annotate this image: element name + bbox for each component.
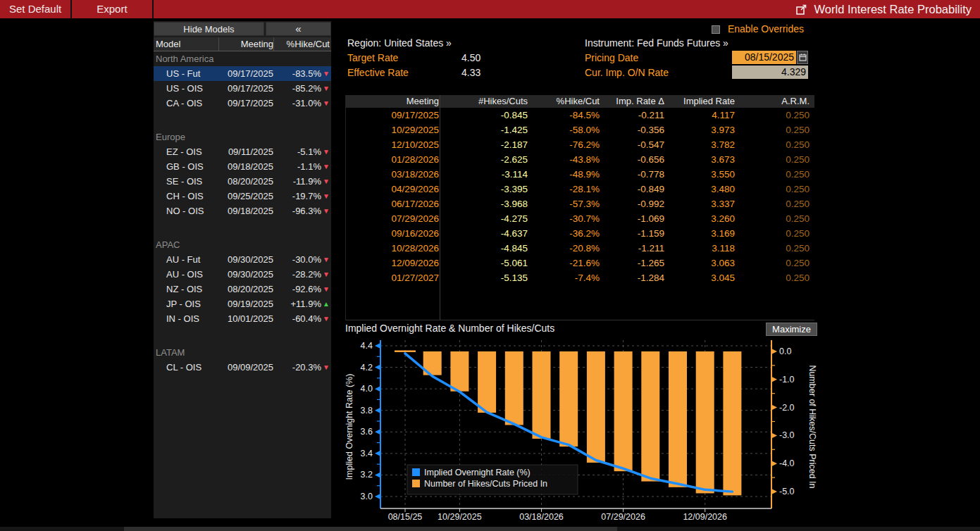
meeting-row[interactable]: 01/27/2027-5.135-7.4%-1.2843.0450.250 (346, 270, 814, 285)
meeting-row[interactable]: 01/28/2026-2.625-43.8%-0.6563.6730.250 (346, 152, 814, 167)
cell: -76.2% (528, 137, 600, 152)
region-line[interactable]: Region: United States » (347, 37, 452, 49)
cell: -1.211 (600, 241, 664, 256)
model-row[interactable]: NO - OIS09/18/2025-96.3%▼ (154, 204, 331, 218)
cell: 03/18/2026 (346, 167, 439, 182)
cell: 0.250 (735, 108, 810, 123)
model-name: US - OIS (154, 81, 218, 96)
model-row[interactable]: CA - OIS09/17/2025-31.0%▼ (154, 96, 331, 111)
model-name: CL - OIS (154, 360, 218, 375)
cell: 3.045 (664, 270, 735, 285)
model-row[interactable]: EZ - OIS09/11/2025-5.1%▼ (154, 144, 331, 159)
hikes-bar (669, 351, 687, 487)
model-group-label: Europe (154, 130, 331, 144)
model-meeting: 09/09/2025 (218, 360, 273, 375)
model-hike-cut-pct: -60.4% (273, 311, 321, 326)
right-tick-arrow (771, 377, 777, 382)
effective-rate-label: Effective Rate (347, 67, 409, 78)
calendar-button[interactable] (797, 51, 808, 64)
th-imp-rate-delta[interactable]: Imp. Rate Δ (600, 95, 664, 108)
export-button[interactable]: Export (72, 0, 153, 18)
legend-swatch (412, 480, 420, 487)
model-meeting: 10/01/2025 (218, 311, 273, 326)
cell: 0.250 (735, 152, 810, 167)
maximize-button[interactable]: Maximize (766, 323, 817, 336)
enable-overrides-checkbox[interactable] (712, 25, 720, 34)
model-row[interactable]: AU - OIS09/30/2025-28.2%▼ (154, 267, 331, 282)
model-row[interactable]: SE - OIS08/20/2025-11.9%▼ (154, 174, 331, 189)
th-implied-rate[interactable]: Implied Rate (664, 95, 735, 108)
th-arm[interactable]: A.R.M. (735, 95, 810, 108)
left-tick-label: 3.8 (361, 406, 373, 416)
th-meeting[interactable]: Meeting (346, 95, 439, 108)
x-tick-label: 08/15/25 (388, 512, 423, 522)
meeting-row[interactable]: 09/17/2025-0.845-84.5%-0.2114.1170.250 (346, 108, 814, 123)
model-meeting: 09/11/2025 (218, 144, 273, 159)
cell: -0.778 (600, 167, 664, 182)
hikes-bar (533, 351, 551, 439)
left-tick-label: 4.0 (361, 384, 373, 394)
open-in-window-icon[interactable] (795, 4, 807, 15)
model-row[interactable]: NZ - OIS08/20/2025-92.6%▼ (154, 282, 331, 296)
down-triangle-icon: ▼ (321, 267, 331, 282)
right-tick-arrow (771, 461, 777, 466)
cell: 0.250 (735, 241, 810, 256)
set-default-button[interactable]: Set Default (0, 0, 72, 18)
enable-overrides-row: Enable Overrides (712, 23, 804, 35)
cell: 0.250 (735, 256, 810, 270)
meeting-row[interactable]: 10/28/2026-4.845-20.8%-1.2113.1180.250 (346, 241, 814, 256)
model-row[interactable]: JP - OIS09/19/2025+11.9%▲ (154, 296, 331, 311)
col-hike-cut[interactable]: %Hike/Cut (273, 37, 331, 51)
th-hikes-cuts[interactable]: #Hikes/Cuts (439, 95, 528, 108)
hikes-bar (723, 351, 741, 495)
model-row[interactable]: CH - OIS09/25/2025-19.7%▼ (154, 189, 331, 204)
model-row[interactable]: IN - OIS10/01/2025-60.4%▼ (154, 311, 331, 326)
down-triangle-icon: ▼ (321, 81, 331, 96)
instrument-line[interactable]: Instrument: Fed Funds Futures » (585, 37, 728, 49)
model-row[interactable]: CL - OIS09/09/2025-20.3%▼ (154, 360, 331, 375)
meetings-table-header: Meeting #Hikes/Cuts %Hike/Cut Imp. Rate … (346, 95, 814, 108)
th-hike-cut-pct[interactable]: %Hike/Cut (528, 95, 600, 108)
model-row[interactable]: AU - Fut09/30/2025-30.0%▼ (154, 252, 331, 267)
down-triangle-icon: ▼ (321, 159, 331, 174)
down-triangle-icon: ▼ (321, 66, 331, 81)
model-meeting: 09/18/2025 (218, 204, 273, 218)
meeting-row[interactable]: 04/29/2026-3.395-28.1%-0.8493.4800.250 (346, 182, 814, 196)
collapse-sidebar-button[interactable]: « (266, 22, 331, 36)
down-triangle-icon: ▼ (321, 311, 331, 326)
cell: -2.625 (439, 152, 528, 167)
pricing-date-input[interactable]: 08/15/2025 (732, 51, 796, 64)
cell: 0.250 (735, 211, 810, 226)
cell: 06/17/2026 (346, 196, 439, 211)
cell: 3.337 (664, 196, 735, 211)
col-meeting[interactable]: Meeting (218, 37, 273, 51)
meeting-row[interactable]: 09/16/2026-4.637-36.2%-1.1593.1690.250 (346, 226, 814, 241)
cell: 0.250 (735, 182, 810, 196)
col-model[interactable]: Model (154, 37, 218, 51)
cell: 3.169 (664, 226, 735, 241)
cell: -5.135 (439, 270, 528, 285)
cell: 3.118 (664, 241, 735, 256)
model-row[interactable]: US - OIS09/17/2025-85.2%▼ (154, 81, 331, 96)
meeting-row[interactable]: 10/29/2025-1.425-58.0%-0.3563.9730.250 (346, 123, 814, 137)
model-row[interactable]: GB - OIS09/18/2025-1.1%▼ (154, 159, 331, 174)
table-column-divider (440, 95, 440, 320)
cell: 0.250 (735, 196, 810, 211)
left-tick-arrow (375, 365, 380, 370)
meeting-row[interactable]: 06/17/2026-3.968-57.3%-0.9923.3370.250 (346, 196, 814, 211)
model-meeting: 09/18/2025 (218, 159, 273, 174)
cell: -3.114 (439, 167, 528, 182)
meeting-row[interactable]: 07/29/2026-4.275-30.7%-1.0693.2600.250 (346, 211, 814, 226)
right-tick-label: -3.0 (779, 430, 795, 440)
meeting-row[interactable]: 12/09/2026-5.061-21.6%-1.2653.0630.250 (346, 256, 814, 270)
hikes-bar (450, 351, 469, 392)
cell: 0.250 (735, 123, 810, 137)
model-row[interactable]: US - Fut09/17/2025-83.5%▼ (154, 66, 331, 81)
cur-imp-rate-input[interactable]: 4.329 (732, 65, 808, 79)
hide-models-button[interactable]: Hide Models (154, 22, 264, 36)
meeting-row[interactable]: 03/18/2026-3.114-48.9%-0.7783.5500.250 (346, 167, 814, 182)
meeting-row[interactable]: 12/10/2025-2.187-76.2%-0.5473.7820.250 (346, 137, 814, 152)
cell: -4.637 (439, 226, 528, 241)
model-hike-cut-pct: -20.3% (273, 360, 321, 375)
left-tick-arrow (375, 494, 380, 499)
